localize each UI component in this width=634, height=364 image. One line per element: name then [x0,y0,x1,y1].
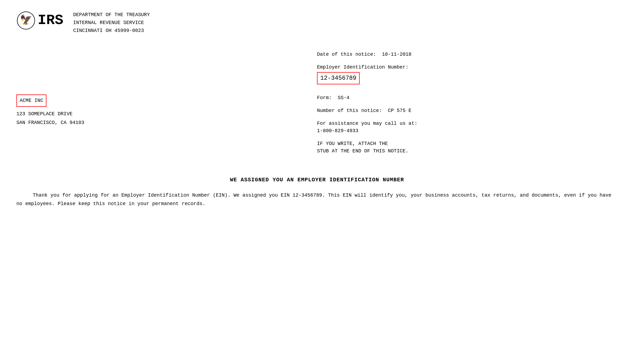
date-line: Date of this notice: 10-11-2018 [317,51,618,58]
eagle-icon: 🦅 [16,11,36,30]
header: 🦅 IRS DEPARTMENT OF THE TREASURY INTERNA… [16,11,618,34]
left-section: ACME INC 123 SOMEPLACE DRIVE SAN FRANCIS… [16,45,287,160]
write-notice-block: IF YOU WRITE, ATTACH THE STUB AT THE END… [317,140,618,155]
body-paragraph: Thank you for applying for an Employer I… [16,191,618,208]
agency-address: DEPARTMENT OF THE TREASURY INTERNAL REVE… [73,11,150,34]
irs-logo: 🦅 IRS [16,11,68,30]
notice-number-value: CP 575 E [388,108,411,113]
agency-line3: CINCINNATI OH 45999-0023 [73,27,150,35]
date-label: Date of this notice: [317,52,376,57]
ein-value: 12-3456789 [320,75,356,82]
write-line2: STUB AT THE END OF THIS NOTICE. [317,147,618,155]
main-content: ACME INC 123 SOMEPLACE DRIVE SAN FRANCIS… [16,45,618,160]
assistance-label: For assistance you may call us at: [317,120,618,127]
form-line: Form: SS-4 [317,94,618,102]
recipient-address2: SAN FRANCISCO, CA 94103 [16,118,287,127]
notice-number-line: Number of this notice: CP 575 E [317,107,618,114]
recipient-name-box: ACME INC [16,94,46,106]
recipient-address1: 123 SOMEPLACE DRIVE [16,110,287,118]
svg-text:🦅: 🦅 [20,14,32,26]
body-section: WE ASSIGNED YOU AN EMPLOYER IDENTIFICATI… [16,177,618,208]
notice-number-label: Number of this notice: [317,108,382,113]
agency-line2: INTERNAL REVENUE SERVICE [73,19,150,27]
ein-value-box: 12-3456789 [317,72,360,84]
ein-block: Employer Identification Number: 12-34567… [317,64,618,89]
right-section: Date of this notice: 10-11-2018 Employer… [317,45,618,160]
body-heading: WE ASSIGNED YOU AN EMPLOYER IDENTIFICATI… [16,177,618,183]
recipient-block: ACME INC 123 SOMEPLACE DRIVE SAN FRANCIS… [16,94,287,127]
recipient-name: ACME INC [20,98,43,103]
ein-label: Employer Identification Number: [317,64,618,71]
form-label: Form: [317,95,332,100]
form-value: SS-4 [338,95,350,100]
agency-line1: DEPARTMENT OF THE TREASURY [73,11,150,19]
body-text: Thank you for applying for an Employer I… [16,191,618,208]
date-value: 10-11-2018 [382,52,412,57]
irs-wordmark: IRS [38,13,63,28]
assistance-phone: 1-800-829-4933 [317,127,618,135]
write-line1: IF YOU WRITE, ATTACH THE [317,140,618,147]
assistance-block: For assistance you may call us at: 1-800… [317,120,618,135]
